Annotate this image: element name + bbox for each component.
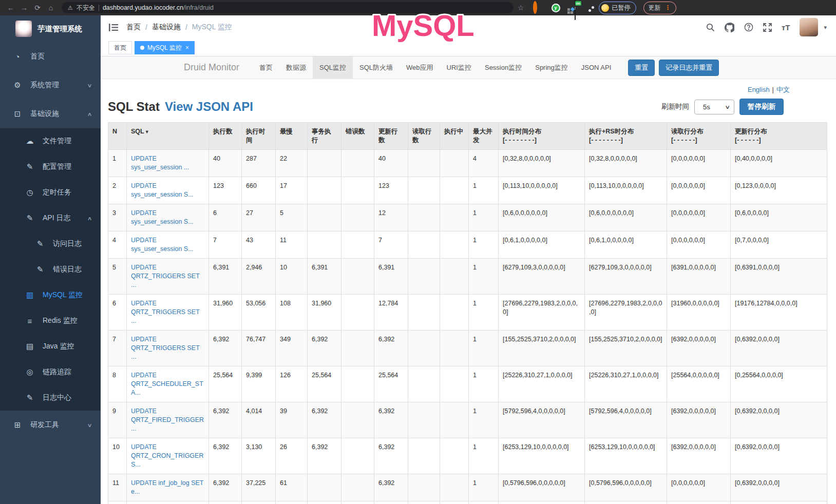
edit-icon: ✎: [34, 265, 46, 274]
sidebar-item-mysql-监控[interactable]: ▥MySQL 监控: [0, 282, 101, 308]
cell-update_rows_dist: [6392,0,0,0,0,0]: [731, 501, 827, 504]
extension-donut-icon[interactable]: [533, 3, 537, 12]
column-header[interactable]: N: [108, 123, 127, 150]
address-bar[interactable]: ⚠ 不安全 dashboard.yudao.iocoder.cn/infra/d…: [62, 2, 514, 13]
druid-nav-item[interactable]: SQL防火墙: [353, 56, 400, 79]
druid-nav-item[interactable]: 首页: [253, 56, 279, 79]
forward-icon[interactable]: →: [18, 4, 30, 12]
column-header[interactable]: 事务执行: [308, 123, 341, 150]
sidebar-item-首页[interactable]: ◔首页: [0, 42, 101, 71]
cell-sql: SELECT TRIGGER_STATE: [127, 501, 209, 504]
breadcrumb-item[interactable]: 首页: [126, 23, 141, 32]
column-header[interactable]: 执行+RS时分布[- - - - - - - -]: [585, 123, 667, 150]
sidebar-item-访问日志[interactable]: ✎访问日志: [0, 231, 101, 257]
druid-nav-item[interactable]: Session监控: [478, 56, 528, 79]
sidebar-item-api-日志[interactable]: ✎API 日志∧: [0, 205, 101, 231]
cell-n: 10: [108, 438, 127, 474]
sql-statement-link[interactable]: UPDATE sys_user_session ...: [131, 155, 189, 171]
view-tab[interactable]: 首页: [108, 41, 132, 54]
cell-slowest: 11: [276, 231, 308, 259]
sidebar-item-java-监控[interactable]: ▤Java 监控: [0, 334, 101, 359]
avatar[interactable]: [800, 18, 818, 36]
druid-nav-item[interactable]: SQL监控: [313, 56, 353, 79]
sidebar-item-redis-监控[interactable]: ≡Redis 监控: [0, 308, 101, 334]
help-icon[interactable]: [744, 23, 753, 32]
cell-read_rows_dist: [0,0,0,0,0,0]: [667, 474, 731, 501]
lang-link-english[interactable]: English: [748, 86, 770, 93]
druid-nav-item[interactable]: Web应用: [400, 56, 440, 79]
sql-statement-link[interactable]: UPDATE inf_job_log SET e...: [131, 479, 203, 495]
sidebar-item-链路追踪[interactable]: ◎链路追踪: [0, 359, 101, 385]
kebab-menu-icon[interactable]: ⋮: [665, 4, 671, 11]
sql-statement-link[interactable]: UPDATE QRTZ_TRIGGERS SET ...: [131, 336, 200, 360]
paused-label: 已暂停: [612, 4, 631, 12]
log-and-reset-button[interactable]: 记录日志并重置: [659, 60, 719, 76]
lang-link-chinese[interactable]: 中文: [776, 86, 790, 93]
druid-nav-item[interactable]: URI监控: [440, 56, 478, 79]
druid-nav-item[interactable]: JSON API: [575, 56, 618, 79]
view-tab[interactable]: MySQL 监控×: [135, 41, 195, 54]
sql-statement-link[interactable]: UPDATE QRTZ_TRIGGERS SET ...: [131, 300, 200, 324]
column-header[interactable]: 最大并发: [469, 123, 499, 150]
cell-sql: UPDATE QRTZ_SCHEDULER_STA...: [127, 366, 209, 402]
sidebar-item-系统管理[interactable]: ⚙系统管理∨: [0, 71, 101, 100]
refresh-interval-select[interactable]: 5s ∨: [694, 100, 734, 114]
column-header[interactable]: 更新行分布[- - - - - -]: [731, 123, 827, 150]
sidebar-item-定时任务[interactable]: ◷定时任务: [0, 180, 101, 205]
fullscreen-icon[interactable]: [763, 23, 772, 32]
app-logo[interactable]: 芋道管理系统: [0, 15, 101, 42]
cell-n: 8: [108, 366, 127, 402]
sidebar-item-文件管理[interactable]: ☁文件管理: [0, 128, 101, 154]
extension-green-icon[interactable]: y: [552, 4, 560, 12]
sql-statement-link[interactable]: UPDATE sys_user_session S...: [131, 182, 194, 198]
browser-update-button[interactable]: 更新 ⋮: [643, 2, 676, 14]
column-header[interactable]: 最慢: [276, 123, 308, 150]
extension-list-icon[interactable]: on: [575, 0, 576, 20]
search-icon[interactable]: [706, 23, 715, 32]
github-icon[interactable]: [725, 23, 734, 32]
collapse-sidebar-icon[interactable]: [101, 24, 126, 31]
font-size-icon[interactable]: тT: [782, 23, 790, 32]
home-icon[interactable]: ⌂: [45, 4, 56, 12]
druid-nav-item[interactable]: 数据源: [279, 56, 313, 79]
column-header[interactable]: 读取行分布[- - - - - -]: [667, 123, 731, 150]
paused-pill[interactable]: 已暂停: [599, 2, 636, 14]
cell-tx_exec: [308, 474, 341, 501]
back-icon[interactable]: ←: [5, 4, 16, 12]
sidebar-item-基础设施[interactable]: ⊡基础设施∧: [0, 100, 101, 128]
cell-exec_count: 123: [209, 177, 242, 204]
druid-brand[interactable]: Druid Monitor: [184, 62, 239, 73]
sql-statement-link[interactable]: UPDATE sys_user_session S...: [131, 209, 194, 225]
bookmark-star-icon[interactable]: ☆: [518, 4, 524, 12]
pause-refresh-button[interactable]: 暂停刷新: [739, 99, 784, 115]
sql-statement-link[interactable]: UPDATE QRTZ_CRON_TRIGGERS...: [131, 443, 203, 468]
view-json-api-link[interactable]: View JSON API: [165, 100, 253, 114]
cell-exec_rs_dist: [6392,0,0,0,0,0,0,0]: [585, 501, 667, 504]
column-header[interactable]: 读取行数: [408, 123, 440, 150]
column-header[interactable]: 执行中: [440, 123, 469, 150]
reload-icon[interactable]: ⟳: [32, 4, 43, 12]
druid-nav-item[interactable]: Spring监控: [528, 56, 575, 79]
sql-statement-link[interactable]: UPDATE QRTZ_SCHEDULER_STA...: [131, 372, 203, 396]
cell-read_rows: [408, 204, 440, 231]
sidebar-item-错误日志[interactable]: ✎错误日志: [0, 257, 101, 282]
chevron-down-icon[interactable]: ▾: [824, 24, 827, 31]
sql-statement-link[interactable]: UPDATE QRTZ_FIRED_TRIGGER...: [131, 408, 204, 432]
column-header[interactable]: SQL▼: [127, 123, 209, 150]
column-header[interactable]: 执行时间: [242, 123, 276, 150]
sidebar-item-配置管理[interactable]: ✎配置管理: [0, 154, 101, 180]
column-header[interactable]: 错误数: [341, 123, 374, 150]
cell-max_concurrent: 1: [469, 402, 499, 438]
sidebar-item-日志中心[interactable]: ✎日志中心: [0, 385, 101, 411]
sql-statement-link[interactable]: UPDATE QRTZ_TRIGGERS SET ...: [131, 264, 200, 288]
sidebar-item-研发工具[interactable]: ⊞研发工具∨: [0, 411, 101, 439]
column-header[interactable]: 执行数: [209, 123, 242, 150]
cell-tx_exec: 6,392: [308, 331, 341, 366]
close-icon[interactable]: ×: [185, 44, 189, 51]
sql-statement-link[interactable]: UPDATE sys_user_session S...: [131, 237, 194, 253]
reset-button[interactable]: 重置: [628, 60, 655, 76]
log-icon: ✎: [24, 214, 35, 223]
column-header[interactable]: 执行时间分布[- - - - - - - -]: [499, 123, 585, 150]
column-header[interactable]: 更新行数: [374, 123, 408, 150]
breadcrumb-item[interactable]: 基础设施: [152, 23, 181, 32]
